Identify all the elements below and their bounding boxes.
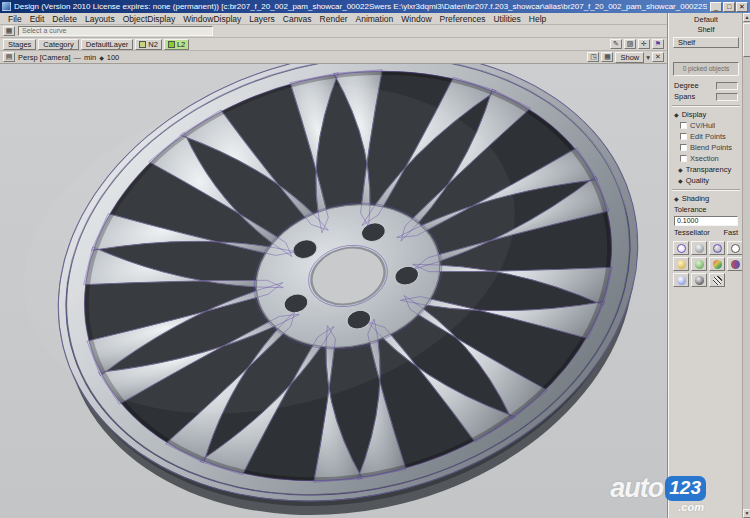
panel-scrollbar[interactable]: ▲ ▼ [742,13,750,518]
scroll-down-icon[interactable]: ▼ [743,509,750,518]
layer-color-swatch [168,41,175,48]
default-layer-button[interactable]: DefaultLayer [81,39,134,50]
divider [672,189,740,191]
multi-color-sphere-icon [713,260,722,269]
checkbox-label: Blend Points [690,143,732,152]
quality-label: Quality [686,176,709,185]
prompt-row: ▦ Select a curve [0,25,667,38]
camera-label[interactable]: Persp [Camera] [18,53,71,62]
app-icon [2,2,11,11]
shelf-tab[interactable]: Shelf [673,37,739,48]
stages-button[interactable]: Stages [3,39,36,50]
green-shade-sphere-button[interactable] [691,257,707,271]
wheel-3d-model [0,64,667,518]
display-option-blend-points[interactable]: Blend Points [672,142,740,153]
shading-section-header[interactable]: ◆ Shading [672,193,740,204]
pencil-icon[interactable]: ✎ [610,39,622,49]
tolerance-input[interactable]: 0.1000 [674,216,738,226]
category-button[interactable]: Category [38,39,78,50]
wireframe-sphere-button[interactable] [673,241,689,255]
checkbox[interactable] [680,155,687,162]
multi-color-sphere-button[interactable] [709,257,725,271]
right-panel: Default Shelf Shelf 0 picked objects Deg… [668,13,750,518]
transparency-item[interactable]: ◆ Transparency [672,164,740,175]
minimize-view-button[interactable]: min [84,53,96,62]
quality-item[interactable]: ◆ Quality [672,175,740,186]
menu-item-window[interactable]: Window [397,14,435,24]
menu-item-render[interactable]: Render [316,14,352,24]
menu-item-utilities[interactable]: Utilities [489,14,524,24]
snap-grid-icon[interactable]: ▦ [3,26,15,36]
menu-item-delete[interactable]: Delete [48,14,81,24]
separator-dash: — [74,53,82,62]
zebra-stripe-sphere-button[interactable] [709,273,725,287]
display-option-xsection[interactable]: Xsection [672,153,740,164]
dark-shade-sphere-button[interactable] [691,273,707,287]
display-options-list: CV/HullEdit PointsBlend PointsXsection [672,120,740,164]
spans-field[interactable] [716,93,738,101]
checkbox[interactable] [680,122,687,129]
layer-bar: Stages Category DefaultLayer N2L2 ✎ ▨ ✛ … [0,38,667,51]
layer-chip-n2[interactable]: N2 [135,39,162,50]
minimize-button[interactable]: _ [710,2,722,12]
close-view-icon[interactable]: ✕ [652,52,664,62]
bullet-diamond-icon: ◆ [678,166,683,173]
close-button[interactable]: ✕ [736,2,748,12]
chevron-down-icon[interactable]: ▾ [646,53,650,62]
gold-shade-sphere-button[interactable] [673,257,689,271]
shaded-sphere-icon [695,244,704,253]
maximize-button[interactable]: □ [723,2,735,12]
checkbox[interactable] [680,133,687,140]
menu-item-file[interactable]: File [4,14,26,24]
degree-field[interactable] [716,82,738,90]
section-diamond-icon: ◆ [674,111,679,118]
shaded-wire-sphere-button[interactable] [709,241,725,255]
prompt-input[interactable]: Select a curve [18,26,213,36]
menu-item-help[interactable]: Help [525,14,550,24]
flag-icon[interactable]: ⚑ [652,39,664,49]
shaded-sphere-button[interactable] [691,241,707,255]
menu-item-layers[interactable]: Layers [245,14,279,24]
divider [672,105,740,107]
crosshair-icon[interactable]: ✛ [638,39,650,49]
zoom-diamond-icon: ◆ [99,54,104,61]
diagnostic-sphere-icon [731,260,740,269]
checkbox[interactable] [680,144,687,151]
gold-shade-sphere-icon [677,260,686,269]
reflection-sphere-button[interactable] [673,273,689,287]
pane-icon[interactable]: ▤ [3,52,15,62]
reflection-sphere-icon [677,276,686,285]
menu-item-animation[interactable]: Animation [352,14,398,24]
degree-label: Degree [674,81,699,90]
grid-toggle-icon[interactable]: ▦ [601,52,613,62]
magnet-icon[interactable]: ◳ [587,52,599,62]
show-menu-button[interactable]: Show [615,52,644,63]
swatch-icon[interactable]: ▨ [624,39,636,49]
checkbox-label: Xsection [690,154,719,163]
scroll-up-icon[interactable]: ▲ [743,13,750,22]
hidden-line-sphere-icon [731,244,740,253]
viewport-header-tools: ◳ ▦ Show ▾ ✕ [587,52,664,63]
hidden-line-sphere-button[interactable] [727,241,743,255]
display-option-edit-points[interactable]: Edit Points [672,131,740,142]
menu-item-canvas[interactable]: Canvas [279,14,316,24]
menu-bar: FileEditDeleteLayoutsObjectDisplayWindow… [0,13,667,25]
layer-chip-l2[interactable]: L2 [164,39,189,50]
menu-item-windowdisplay[interactable]: WindowDisplay [179,14,245,24]
menu-item-preferences[interactable]: Preferences [436,14,490,24]
menu-item-edit[interactable]: Edit [26,14,49,24]
display-section-header[interactable]: ◆ Display [672,109,740,120]
checkbox-label: CV/Hull [690,121,715,130]
scrollbar-thumb[interactable] [743,23,750,57]
tessellator-mode-value[interactable]: Fast [723,228,738,237]
workspace-column: FileEditDeleteLayoutsObjectDisplayWindow… [0,13,668,518]
tessellator-label: Tessellator [674,228,710,237]
display-section-title: Display [682,110,707,119]
menu-item-layouts[interactable]: Layouts [81,14,119,24]
wireframe-sphere-icon [677,244,686,253]
title-bar: Design (Version 2010 License expires: no… [0,0,750,13]
viewport-3d[interactable] [0,64,667,518]
diagnostic-sphere-button[interactable] [727,257,743,271]
menu-item-objectdisplay[interactable]: ObjectDisplay [119,14,179,24]
display-option-cv-hull[interactable]: CV/Hull [672,120,740,131]
